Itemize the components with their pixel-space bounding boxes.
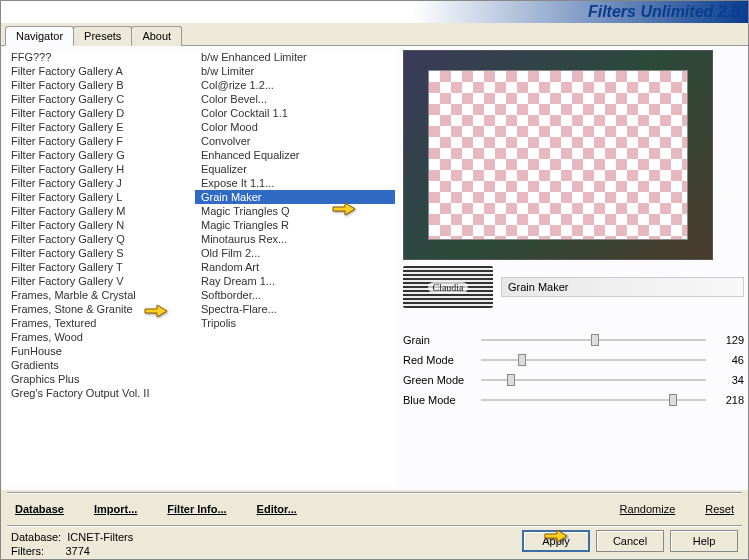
list-item[interactable]: Filter Factory Gallery L [5, 190, 195, 204]
list-item[interactable]: Filter Factory Gallery A [5, 64, 195, 78]
list-item[interactable]: Ray Dream 1... [195, 274, 395, 288]
slider-label: Grain [403, 334, 473, 346]
list-item[interactable]: Filter Factory Gallery M [5, 204, 195, 218]
help-button[interactable]: Help [670, 530, 738, 552]
list-item[interactable]: Spectra-Flare... [195, 302, 395, 316]
effect-name: Grain Maker [501, 277, 744, 297]
list-item[interactable]: FunHouse [5, 344, 195, 358]
list-item[interactable]: Filter Factory Gallery J [5, 176, 195, 190]
list-item[interactable]: Filter Factory Gallery F [5, 134, 195, 148]
slider-label: Red Mode [403, 354, 473, 366]
slider-thumb[interactable] [507, 374, 515, 386]
list-item[interactable]: Expose It 1.1... [195, 176, 395, 190]
slider-label: Blue Mode [403, 394, 473, 406]
slider-value: 218 [714, 394, 744, 406]
list-item[interactable]: Color Bevel... [195, 92, 395, 106]
tab-strip: Navigator Presets About [1, 25, 748, 46]
list-item[interactable]: FFG??? [5, 50, 195, 64]
slider-row: Grain129 [403, 330, 744, 350]
list-item[interactable]: Filter Factory Gallery H [5, 162, 195, 176]
list-item[interactable]: Minotaurus Rex... [195, 232, 395, 246]
db-label: Database: [11, 531, 61, 543]
preview-column: Claudia Grain Maker Grain129Red Mode46Gr… [395, 50, 744, 486]
reset-link[interactable]: Reset [701, 501, 738, 517]
slider-value: 46 [714, 354, 744, 366]
slider-value: 129 [714, 334, 744, 346]
list-item[interactable]: Tripolis [195, 316, 395, 330]
author-badge: Claudia [403, 266, 493, 308]
category-listbox[interactable]: FFG???Filter Factory Gallery AFilter Fac… [5, 50, 195, 486]
list-item[interactable]: Equalizer [195, 162, 395, 176]
list-item[interactable]: Filter Factory Gallery B [5, 78, 195, 92]
randomize-link[interactable]: Randomize [616, 501, 680, 517]
list-item[interactable]: Convolver [195, 134, 395, 148]
list-item[interactable]: Greg's Factory Output Vol. II [5, 386, 195, 400]
list-item[interactable]: b/w Enhanced Limiter [195, 50, 395, 64]
slider-value: 34 [714, 374, 744, 386]
list-item[interactable]: Frames, Stone & Granite [5, 302, 195, 316]
database-link[interactable]: Database [11, 501, 68, 517]
list-item[interactable]: Filter Factory Gallery T [5, 260, 195, 274]
category-column: FFG???Filter Factory Gallery AFilter Fac… [5, 50, 195, 486]
list-item[interactable]: Frames, Marble & Crystal [5, 288, 195, 302]
apply-button[interactable]: Apply [522, 530, 590, 552]
slider-row: Green Mode34 [403, 370, 744, 390]
list-item[interactable]: Old Film 2... [195, 246, 395, 260]
import-link[interactable]: Import... [90, 501, 141, 517]
list-item[interactable]: Graphics Plus [5, 372, 195, 386]
list-item[interactable]: Magic Triangles R [195, 218, 395, 232]
slider-panel: Grain129Red Mode46Green Mode34Blue Mode2… [403, 330, 744, 410]
list-item[interactable]: Frames, Wood [5, 330, 195, 344]
list-item[interactable]: Softborder... [195, 288, 395, 302]
title-bar: Filters Unlimited 2.0 [1, 1, 748, 23]
list-item[interactable]: Gradients [5, 358, 195, 372]
filter-info-link[interactable]: Filter Info... [163, 501, 230, 517]
slider-row: Blue Mode218 [403, 390, 744, 410]
tab-presets[interactable]: Presets [73, 26, 132, 46]
editor-link[interactable]: Editor... [253, 501, 301, 517]
filter-column: b/w Enhanced Limiterb/w LimiterCol@rize … [195, 50, 395, 486]
filter-listbox[interactable]: b/w Enhanced Limiterb/w LimiterCol@rize … [195, 50, 395, 486]
link-row: Database Import... Filter Info... Editor… [1, 495, 748, 523]
status-row: Database: ICNET-Filters Filters: 3774 Ap… [1, 528, 748, 560]
app-title: Filters Unlimited 2.0 [588, 3, 740, 21]
preview-image [428, 70, 688, 240]
list-item[interactable]: Filter Factory Gallery G [5, 148, 195, 162]
list-item[interactable]: Filter Factory Gallery C [5, 92, 195, 106]
divider-2 [7, 525, 742, 526]
tab-about[interactable]: About [131, 26, 182, 46]
list-item[interactable]: Filter Factory Gallery Q [5, 232, 195, 246]
content-area: FFG???Filter Factory Gallery AFilter Fac… [1, 46, 748, 490]
list-item[interactable]: Enhanced Equalizer [195, 148, 395, 162]
list-item[interactable]: b/w Limiter [195, 64, 395, 78]
list-item[interactable]: Magic Triangles Q [195, 204, 395, 218]
slider-track[interactable] [481, 399, 706, 401]
list-item[interactable]: Filter Factory Gallery D [5, 106, 195, 120]
status-block: Database: ICNET-Filters Filters: 3774 [11, 530, 133, 558]
divider [7, 492, 742, 493]
list-item[interactable]: Frames, Textured [5, 316, 195, 330]
cancel-button[interactable]: Cancel [596, 530, 664, 552]
slider-label: Green Mode [403, 374, 473, 386]
slider-track[interactable] [481, 379, 706, 381]
slider-thumb[interactable] [669, 394, 677, 406]
slider-thumb[interactable] [591, 334, 599, 346]
list-item[interactable]: Color Cocktail 1.1 [195, 106, 395, 120]
filters-label: Filters: [11, 545, 44, 557]
list-item[interactable]: Filter Factory Gallery E [5, 120, 195, 134]
badge-text: Claudia [428, 282, 467, 293]
slider-track[interactable] [481, 359, 706, 361]
list-item[interactable]: Col@rize 1.2... [195, 78, 395, 92]
list-item[interactable]: Grain Maker [195, 190, 395, 204]
slider-row: Red Mode46 [403, 350, 744, 370]
list-item[interactable]: Random Art [195, 260, 395, 274]
slider-track[interactable] [481, 339, 706, 341]
slider-thumb[interactable] [518, 354, 526, 366]
preview-frame [403, 50, 713, 260]
list-item[interactable]: Filter Factory Gallery V [5, 274, 195, 288]
list-item[interactable]: Filter Factory Gallery N [5, 218, 195, 232]
list-item[interactable]: Color Mood [195, 120, 395, 134]
tab-navigator[interactable]: Navigator [5, 26, 74, 46]
effect-header: Claudia Grain Maker [403, 266, 744, 308]
list-item[interactable]: Filter Factory Gallery S [5, 246, 195, 260]
